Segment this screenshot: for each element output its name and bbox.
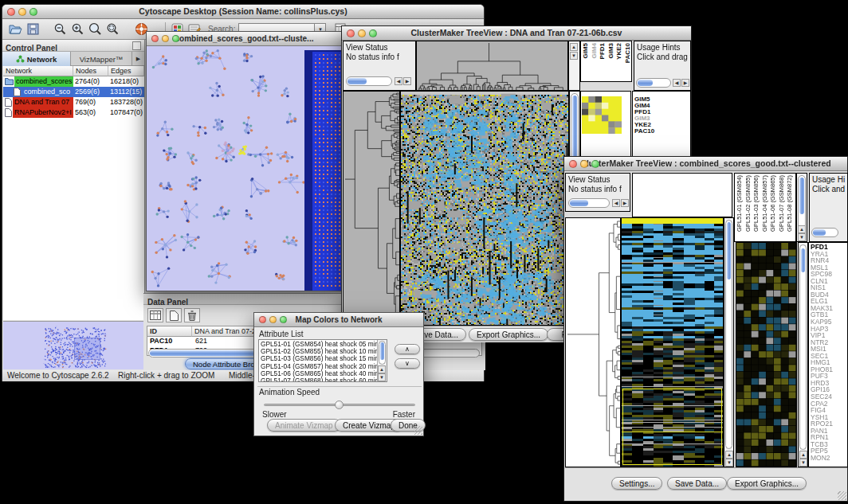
zoom-selected-icon[interactable]	[104, 21, 121, 37]
scroll-up-icon[interactable]	[378, 365, 386, 373]
col-header-network[interactable]: Network	[3, 66, 73, 76]
tv1-column-dendrogram-pane[interactable]	[416, 41, 568, 91]
scroll-right-icon[interactable]	[681, 79, 689, 87]
data-col-id[interactable]: ID	[147, 326, 192, 337]
tab-overflow-icon[interactable]: ▶	[132, 52, 144, 66]
zoom-window-icon[interactable]	[280, 316, 287, 323]
new-attribute-icon[interactable]	[166, 308, 182, 322]
scroll-down-icon[interactable]	[378, 373, 386, 381]
tv2-column-label[interactable]: GPL51-06 (GSM865)	[769, 175, 777, 232]
network-row-rnapuber[interactable]: RNAPuberNov2+I 563(0) 107847(0)	[3, 107, 144, 118]
animate-vizmap-button[interactable]: Animate Vizmap	[267, 419, 341, 432]
tv2-column-label[interactable]: GPL51-04 (GSM857)	[761, 175, 769, 232]
zoom-window-icon[interactable]	[172, 35, 179, 42]
network-row-combined-sco-selected[interactable]: combined_sco 2569(6) 13112(15)	[3, 87, 144, 97]
tv2-zoom-pane[interactable]	[736, 242, 797, 467]
tv2-heatmap-vscrollbar[interactable]	[724, 217, 734, 467]
scroll-left-icon[interactable]	[395, 77, 402, 85]
minimize-icon[interactable]	[162, 35, 169, 42]
move-down-button[interactable]: ∨	[395, 358, 420, 369]
tv1-heatmap-pane[interactable]	[400, 91, 569, 326]
tv1-column-scroll-strip[interactable]	[568, 41, 580, 91]
tv1-column-label[interactable]: YKE2	[615, 43, 623, 60]
tv1-export-graphics-button[interactable]: Export Graphics...	[469, 328, 548, 341]
tv1-column-label[interactable]: PFD1	[599, 43, 607, 59]
tv2-column-label[interactable]: GPL51-03 (GSM856)	[752, 175, 760, 232]
close-icon[interactable]	[151, 35, 159, 42]
main-titlebar[interactable]: Cytoscape Desktop (Session Name: collins…	[2, 5, 484, 19]
close-icon[interactable]	[259, 316, 266, 323]
network-overview-panel[interactable]	[3, 321, 144, 369]
tv1-column-label[interactable]: GIM5	[582, 43, 590, 59]
overview-canvas[interactable]	[3, 322, 144, 369]
tv2-heatmap-pane[interactable]	[621, 217, 724, 467]
tv2-status-hscrollbar[interactable]	[568, 198, 610, 208]
table-mode-icon[interactable]	[147, 308, 163, 322]
float-panel-icon[interactable]	[132, 41, 141, 50]
col-header-nodes[interactable]: Nodes	[73, 66, 108, 76]
tv2-column-label[interactable]: GPL51-07 (GSM868)	[778, 175, 786, 232]
gene-label[interactable]: MON2	[811, 455, 847, 462]
scroll-down-icon[interactable]	[570, 52, 578, 60]
delete-attribute-icon[interactable]	[184, 308, 200, 322]
zoom-window-icon[interactable]	[591, 160, 599, 168]
minimize-icon[interactable]	[18, 8, 26, 16]
scroll-left-icon[interactable]	[673, 79, 681, 87]
tv2-gene-vscrollbar[interactable]	[798, 242, 808, 467]
scroll-down-icon[interactable]	[799, 459, 807, 467]
tv2-export-graphics-button[interactable]: Export Graphics...	[727, 477, 807, 490]
network-view-titlebar[interactable]: combined_scores_good.txt--cluste...	[147, 32, 342, 46]
tab-vizmapper[interactable]: VizMapper™	[71, 52, 132, 66]
tv2-settings-button[interactable]: Settings...	[611, 477, 662, 490]
tv2-hints-hscrollbar[interactable]	[811, 228, 838, 237]
tv2-save-data-button[interactable]: Save Data...	[667, 477, 727, 490]
save-session-icon[interactable]	[24, 21, 41, 37]
resize-grip[interactable]	[838, 491, 846, 500]
zoom-window-icon[interactable]	[369, 29, 377, 37]
scroll-up-icon[interactable]	[799, 451, 807, 459]
scroll-up-icon[interactable]	[798, 225, 806, 233]
minimize-icon[interactable]	[580, 160, 588, 168]
animation-speed-slider[interactable]	[264, 400, 415, 410]
tv2-column-dendrogram-pane[interactable]	[632, 173, 732, 217]
col-header-edges[interactable]: Edges	[108, 66, 144, 76]
network-row-combined-scores[interactable]: combined_scores 2764(0) 16218(0)	[3, 76, 144, 87]
treeview1-titlebar[interactable]: ClusterMaker TreeView : DNA and Tran 07-…	[342, 26, 691, 41]
tv2-column-label[interactable]: GPL51-08 (GSM872)	[786, 175, 794, 232]
network-canvas[interactable]	[147, 46, 342, 291]
tv1-status-hscrollbar[interactable]	[346, 76, 392, 86]
tv2-column-label[interactable]: GPL51-01 (GSM854)	[736, 175, 744, 232]
scroll-down-icon[interactable]	[725, 459, 733, 467]
tv1-row-dendrogram-pane[interactable]	[343, 91, 400, 326]
scroll-right-icon[interactable]	[403, 77, 411, 85]
zoom-window-icon[interactable]	[29, 8, 37, 16]
minimize-icon[interactable]	[358, 29, 366, 37]
zoom-out-icon[interactable]	[51, 21, 69, 37]
open-session-icon[interactable]	[6, 21, 24, 37]
network-row-dna-tran[interactable]: DNA and Tran 07 769(0) 183728(0)	[3, 97, 144, 107]
scroll-up-icon[interactable]	[570, 43, 578, 51]
scroll-right-icon[interactable]	[621, 199, 629, 207]
tv2-column-label[interactable]: GPL51-02 (GSM855)	[744, 175, 752, 232]
tab-network[interactable]: Network	[2, 52, 71, 66]
close-icon[interactable]	[569, 160, 577, 168]
attribute-list-vscrollbar[interactable]	[379, 341, 386, 365]
close-icon[interactable]	[7, 8, 15, 16]
tv1-column-label[interactable]: PAC10	[624, 43, 632, 63]
zoom-fit-icon[interactable]	[86, 21, 104, 37]
resize-grip[interactable]	[414, 426, 422, 435]
tv1-column-label[interactable]: GIM4	[591, 43, 599, 59]
tv2-column-labels-vscrollbar[interactable]	[796, 173, 807, 242]
dialog-titlebar[interactable]: Map Colors to Network	[254, 313, 423, 327]
close-icon[interactable]	[347, 29, 355, 37]
scroll-left-icon[interactable]	[612, 199, 620, 207]
zoom-in-icon[interactable]	[69, 21, 86, 37]
window-controls[interactable]	[7, 8, 37, 16]
tv1-column-label[interactable]: GIM3	[607, 43, 615, 59]
scroll-up-icon[interactable]	[725, 451, 733, 459]
tv1-hints-hscrollbar[interactable]	[636, 78, 671, 88]
treeview2-titlebar[interactable]: ClusterMaker TreeView : combined_scores_…	[564, 157, 847, 171]
minimize-icon[interactable]	[269, 316, 277, 323]
move-up-button[interactable]: ∧	[395, 344, 420, 354]
tv2-row-dendrogram-pane[interactable]	[565, 217, 621, 467]
